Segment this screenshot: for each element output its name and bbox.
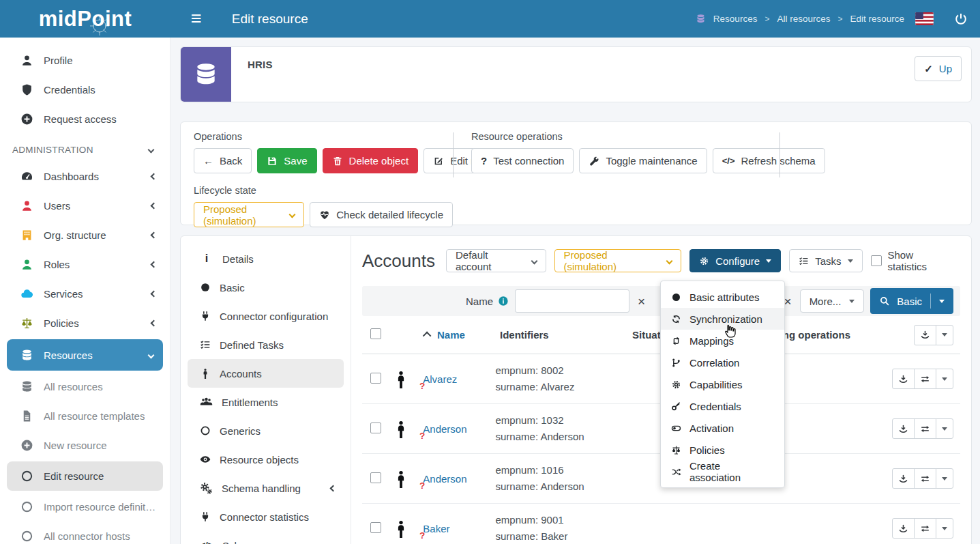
column-header-name[interactable]: Name <box>437 329 465 341</box>
sidebar-item-roles[interactable]: Roles <box>0 250 170 279</box>
menu-item-policies[interactable]: Policies <box>661 439 784 461</box>
sidebar-item-request-access[interactable]: Request access <box>0 104 170 134</box>
toggle-maintenance-button[interactable]: Toggle maintenance <box>579 148 707 173</box>
sidebar-item-org-structure[interactable]: Org. structure <box>0 220 170 250</box>
row-checkbox[interactable] <box>370 423 381 433</box>
search-field-label: Name <box>466 296 509 307</box>
select-all-checkbox[interactable] <box>370 328 381 339</box>
refresh-schema-button[interactable]: </> Refresh schema <box>713 148 825 173</box>
menu-item-create-association[interactable]: Create association <box>661 461 784 483</box>
panel-item-schema[interactable]: </> Schema <box>188 531 344 544</box>
locale-flag-us[interactable] <box>915 12 934 25</box>
row-menu-button[interactable] <box>936 468 953 489</box>
column-header-identifiers: Identifiers <box>500 329 632 341</box>
account-name-link[interactable]: Baker <box>423 523 449 534</box>
import-account-button[interactable] <box>892 369 915 389</box>
row-menu-button[interactable] <box>936 369 953 389</box>
import-account-button[interactable] <box>892 468 915 489</box>
panel-item-connector-statistics[interactable]: Connector statistics <box>188 502 344 531</box>
breadcrumb-edit-resource[interactable]: Edit resource <box>850 14 904 24</box>
clear-search-icon[interactable]: × <box>636 295 647 308</box>
breadcrumb-all-resources[interactable]: All resources <box>777 14 830 24</box>
name-search-input[interactable] <box>515 289 629 313</box>
lifecycle-state-select[interactable]: Proposed (simulation) <box>194 202 304 227</box>
panel-item-resource-objects[interactable]: Resource objects <box>188 445 344 474</box>
save-button[interactable]: Save <box>257 148 316 173</box>
panel-item-schema-handling[interactable]: Schema handling <box>188 474 344 502</box>
sort-ascending-icon[interactable] <box>423 332 432 341</box>
search-mode-button[interactable]: Basic <box>870 288 953 314</box>
sidebar-item-import-resource-definition[interactable]: Import resource definit… <box>0 492 170 521</box>
sidebar-item-resources[interactable]: Resources <box>7 339 163 371</box>
delete-object-button[interactable]: Delete object <box>323 148 419 173</box>
tasks-button[interactable]: Tasks <box>789 249 862 272</box>
export-button[interactable] <box>914 325 936 345</box>
panel-item-entitlements[interactable]: Entitlements <box>188 388 344 416</box>
sidebar-item-edit-resource[interactable]: Edit resource <box>7 461 163 491</box>
info-icon[interactable] <box>498 296 509 306</box>
back-button[interactable]: ← Back <box>194 148 252 173</box>
logout-power-icon[interactable] <box>954 12 968 26</box>
panel-item-details[interactable]: i Details <box>188 244 344 273</box>
sidebar-section-administration[interactable]: ADMINISTRATION <box>0 134 170 162</box>
menu-item-credentials[interactable]: Credentials <box>661 395 784 417</box>
account-name-link[interactable]: Anderson <box>423 473 466 485</box>
app-logo[interactable]: midPoint <box>0 7 170 31</box>
check-detailed-lifecycle-button[interactable]: Check detailed lifecycle <box>310 202 453 227</box>
sidebar-item-policies[interactable]: Policies <box>0 309 170 338</box>
more-filters-button[interactable]: More... <box>800 289 865 313</box>
change-owner-button[interactable] <box>914 518 936 539</box>
sidebar-item-all-resources[interactable]: All resources <box>0 372 170 401</box>
sidebar-item-profile[interactable]: Profile <box>0 46 170 75</box>
change-owner-button[interactable] <box>914 369 936 389</box>
menu-item-basic-attributes[interactable]: Basic attributes <box>661 286 784 308</box>
hamburger-menu-icon[interactable]: ≡ <box>191 10 202 28</box>
sidebar-item-services[interactable]: Services <box>0 279 170 309</box>
sidebar-item-credentials[interactable]: Credentials <box>0 75 170 104</box>
sync-icon <box>671 314 681 324</box>
account-name-link[interactable]: Alvarez <box>423 373 457 385</box>
accounts-lifecycle-select[interactable]: Proposed (simulation) <box>554 249 682 272</box>
menu-item-synchronization[interactable]: Synchronization <box>661 308 784 330</box>
breadcrumb-resources[interactable]: Resources <box>713 14 758 24</box>
identifier-empnum: empnum: 9001 <box>496 512 623 528</box>
row-checkbox[interactable] <box>370 373 381 384</box>
app-logo-text: midPoint <box>39 7 132 31</box>
menu-item-label: Mappings <box>689 335 734 347</box>
show-statistics-checkbox[interactable] <box>871 255 882 266</box>
menu-item-mappings[interactable]: Mappings <box>661 330 784 352</box>
row-menu-button[interactable] <box>936 518 953 539</box>
sidebar-item-all-resource-templates[interactable]: All resource templates <box>0 401 170 431</box>
account-name-link[interactable]: Anderson <box>423 423 466 435</box>
panel-item-generics[interactable]: Generics <box>188 416 344 445</box>
gear-icon <box>699 256 709 266</box>
show-statistics-toggle[interactable]: Show statistics <box>871 249 960 272</box>
import-account-button[interactable] <box>892 418 915 439</box>
sidebar-item-all-connector-hosts[interactable]: All connector hosts <box>0 521 170 544</box>
menu-item-activation[interactable]: Activation <box>661 417 784 439</box>
identifier-surname: surname: Alvarez <box>496 379 623 395</box>
row-checkbox[interactable] <box>370 522 381 533</box>
resource-summary-card: HRIS ✓ Up <box>180 46 972 102</box>
configure-button[interactable]: Configure <box>689 249 781 272</box>
import-account-button[interactable] <box>892 518 915 539</box>
panel-item-connector-configuration[interactable]: Connector configuration <box>188 302 344 330</box>
sidebar-item-new-resource[interactable]: New resource <box>0 431 170 460</box>
panel-item-defined-tasks[interactable]: Defined Tasks <box>188 330 344 359</box>
object-class-select[interactable]: Default account <box>446 249 546 272</box>
menu-item-capabilities[interactable]: Capabilities <box>661 373 784 395</box>
test-connection-button[interactable]: ? Test connection <box>471 148 574 173</box>
menu-item-correlation[interactable]: Correlation <box>661 352 784 373</box>
panel-item-basic[interactable]: Basic <box>188 273 344 302</box>
change-owner-button[interactable] <box>914 418 936 439</box>
caret-down-icon <box>849 300 855 306</box>
row-menu-button[interactable] <box>936 418 953 439</box>
sidebar-item-users[interactable]: Users <box>0 191 170 220</box>
up-button[interactable]: ✓ Up <box>915 56 962 81</box>
export-menu-button[interactable] <box>936 325 953 345</box>
panel-item-accounts[interactable]: Accounts <box>188 359 344 388</box>
row-checkbox[interactable] <box>370 472 381 483</box>
caret-down-icon <box>942 333 947 339</box>
sidebar-item-dashboards[interactable]: Dashboards <box>0 162 170 191</box>
change-owner-button[interactable] <box>914 468 936 489</box>
